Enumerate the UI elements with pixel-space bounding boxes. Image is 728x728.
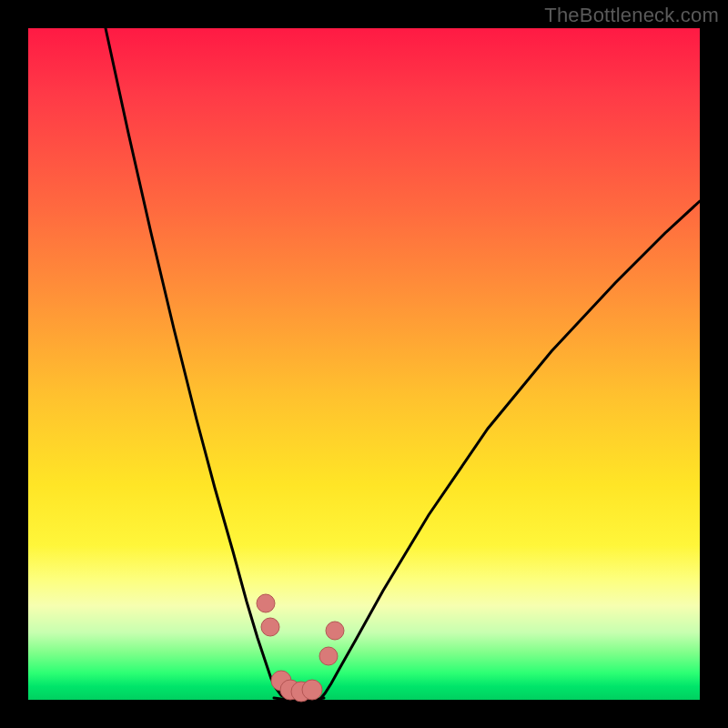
marker-point (302, 680, 322, 700)
chart-frame: TheBottleneck.com (0, 0, 728, 728)
marker-point (257, 594, 275, 612)
curve-right-arm (319, 201, 700, 700)
chart-svg (28, 28, 700, 700)
marker-point (319, 647, 338, 665)
marker-point (261, 618, 279, 636)
marker-point (326, 622, 344, 640)
curve-group (106, 28, 700, 700)
chart-plot-area (28, 28, 700, 700)
watermark-label: TheBottleneck.com (544, 4, 719, 27)
